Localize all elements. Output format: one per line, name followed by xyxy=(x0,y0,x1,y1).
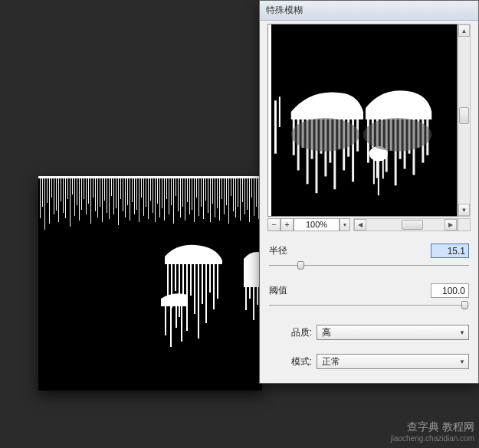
svg-rect-155 xyxy=(274,100,277,153)
svg-rect-119 xyxy=(176,305,177,328)
zoom-value: 100% xyxy=(294,218,340,231)
svg-rect-101 xyxy=(175,262,176,291)
radius-slider-handle[interactable] xyxy=(297,261,304,270)
svg-rect-75 xyxy=(208,176,208,213)
svg-rect-60 xyxy=(173,176,174,224)
svg-rect-49 xyxy=(148,176,149,219)
svg-rect-77 xyxy=(212,176,213,204)
svg-rect-110 xyxy=(209,262,211,293)
svg-rect-34 xyxy=(113,176,114,214)
canvas-preview xyxy=(38,176,262,391)
svg-rect-38 xyxy=(123,176,123,211)
svg-rect-63 xyxy=(180,176,181,217)
scroll-down-icon[interactable]: ▼ xyxy=(458,204,470,216)
svg-rect-50 xyxy=(150,176,151,201)
svg-rect-96 xyxy=(256,176,257,207)
svg-rect-26 xyxy=(95,176,96,211)
zoom-out-button[interactable]: − xyxy=(267,218,281,231)
threshold-label: 阈值 xyxy=(269,284,431,297)
svg-rect-25 xyxy=(93,176,94,198)
svg-rect-65 xyxy=(185,176,185,221)
filter-preview[interactable] xyxy=(267,24,458,217)
svg-point-158 xyxy=(291,118,359,152)
svg-rect-115 xyxy=(253,268,254,320)
svg-rect-54 xyxy=(159,176,160,217)
svg-rect-61 xyxy=(176,176,176,196)
svg-rect-57 xyxy=(166,176,167,199)
svg-rect-3 xyxy=(42,176,43,207)
mode-select[interactable]: 正常 ▼ xyxy=(317,354,469,369)
svg-rect-108 xyxy=(202,262,203,304)
threshold-input[interactable] xyxy=(431,283,469,298)
svg-rect-11 xyxy=(61,176,61,201)
preview-vscrollbar[interactable]: ▲ ▼ xyxy=(458,24,471,217)
scroll-right-icon[interactable]: ▶ xyxy=(445,219,457,231)
svg-rect-117 xyxy=(165,305,166,335)
svg-rect-73 xyxy=(203,176,204,219)
svg-rect-109 xyxy=(205,262,207,323)
svg-rect-105 xyxy=(190,262,192,296)
svg-rect-106 xyxy=(194,262,195,314)
svg-rect-48 xyxy=(146,176,146,207)
svg-rect-64 xyxy=(182,176,183,207)
svg-rect-55 xyxy=(162,176,162,208)
svg-rect-107 xyxy=(198,262,199,338)
svg-rect-62 xyxy=(178,176,179,211)
svg-rect-6 xyxy=(49,176,50,224)
svg-rect-88 xyxy=(238,176,238,207)
svg-rect-29 xyxy=(102,176,103,222)
svg-rect-92 xyxy=(247,176,248,210)
svg-rect-40 xyxy=(127,176,128,205)
scroll-up-icon[interactable]: ▲ xyxy=(458,25,470,37)
svg-rect-93 xyxy=(249,176,250,222)
svg-rect-111 xyxy=(213,262,215,309)
svg-rect-35 xyxy=(116,176,116,208)
zoom-dropdown[interactable]: ▼ xyxy=(340,218,350,231)
threshold-slider-handle[interactable] xyxy=(461,301,468,309)
svg-rect-22 xyxy=(86,176,87,214)
svg-rect-120 xyxy=(181,305,182,342)
svg-rect-36 xyxy=(118,176,119,225)
svg-rect-42 xyxy=(132,176,133,202)
svg-rect-86 xyxy=(233,176,234,211)
svg-rect-89 xyxy=(240,176,241,221)
svg-rect-99 xyxy=(167,262,169,296)
svg-rect-21 xyxy=(84,176,84,199)
quality-select[interactable]: 高 ▼ xyxy=(317,325,469,340)
vscroll-thumb[interactable] xyxy=(459,107,469,124)
radius-slider[interactable] xyxy=(269,260,469,271)
svg-rect-102 xyxy=(179,262,180,317)
watermark: 查字典 教程网 jiaocheng.chazidian.com xyxy=(390,420,474,443)
mode-value: 正常 xyxy=(322,355,340,368)
radius-input[interactable] xyxy=(431,244,469,258)
svg-rect-20 xyxy=(81,176,82,210)
svg-rect-87 xyxy=(235,176,236,217)
svg-rect-79 xyxy=(217,176,218,208)
svg-rect-28 xyxy=(100,176,100,207)
svg-rect-66 xyxy=(187,176,188,202)
svg-rect-45 xyxy=(139,176,139,222)
svg-rect-70 xyxy=(196,176,197,198)
zoom-in-button[interactable]: + xyxy=(281,218,294,231)
svg-rect-5 xyxy=(47,176,48,203)
watermark-line1: 查字典 教程网 xyxy=(390,420,474,434)
svg-rect-58 xyxy=(169,176,169,214)
radius-label: 半径 xyxy=(269,244,431,257)
svg-rect-52 xyxy=(155,176,156,222)
threshold-slider[interactable] xyxy=(269,300,469,311)
svg-rect-15 xyxy=(70,176,71,227)
scroll-left-icon[interactable]: ◀ xyxy=(354,219,366,231)
svg-rect-19 xyxy=(79,176,80,221)
svg-rect-68 xyxy=(192,176,192,210)
dialog-titlebar[interactable]: 特殊模糊 xyxy=(260,1,478,21)
svg-rect-27 xyxy=(97,176,98,217)
preview-hscrollbar[interactable]: ◀ ▶ xyxy=(353,218,458,231)
svg-rect-13 xyxy=(65,176,66,218)
chevron-down-icon: ▼ xyxy=(459,358,465,365)
hscroll-thumb[interactable] xyxy=(402,220,423,230)
svg-rect-9 xyxy=(56,176,57,211)
svg-rect-85 xyxy=(231,176,231,196)
svg-rect-47 xyxy=(143,176,144,216)
quality-label: 品质: xyxy=(283,326,312,339)
svg-rect-24 xyxy=(90,176,91,224)
